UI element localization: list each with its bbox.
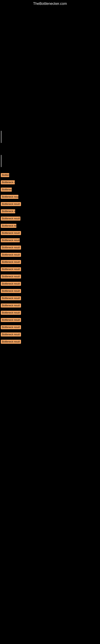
result-item[interactable]: Bottleneck result: [0, 180, 100, 185]
result-badge: Bottleneck result: [1, 332, 21, 336]
result-item[interactable]: Bottleneck result: [0, 238, 100, 243]
result-badge: Bottleneck result: [1, 325, 21, 329]
result-badge: Bottleneck result: [1, 209, 15, 213]
main-chart-area: [0, 8, 100, 132]
result-item[interactable]: Bottleneck result: [0, 340, 100, 344]
result-badge: Bottleneck result: [1, 318, 21, 322]
result-badge: Bottleneck result: [1, 289, 21, 293]
result-badge: Bottleneck result: [1, 188, 12, 192]
result-badge: Bottleneck result: [1, 304, 21, 308]
result-badge: Bottleneck result: [1, 180, 15, 184]
result-badge: Bottleneck result: [1, 274, 21, 278]
result-badge: Bottleneck result: [1, 253, 21, 257]
result-item[interactable]: Bottleneck result: [0, 311, 100, 316]
result-badge: Bottleneck result: [1, 246, 21, 250]
result-badge: Bottleneck result: [1, 311, 21, 315]
result-item[interactable]: Bottleneck result: [0, 274, 100, 279]
result-badge: Bottleneck result: [1, 173, 9, 177]
result-badge: Bottleneck result: [1, 238, 20, 242]
result-item[interactable]: Bottleneck result: [0, 188, 100, 192]
result-badge: Bottleneck result: [1, 340, 21, 344]
result-item[interactable]: Bottleneck result: [0, 296, 100, 301]
result-item[interactable]: Bottleneck result: [0, 246, 100, 250]
result-badge: Bottleneck result: [1, 224, 16, 228]
result-item[interactable]: Bottleneck result: [0, 216, 100, 222]
result-item[interactable]: Bottleneck result: [0, 253, 100, 258]
result-badge: Bottleneck result: [1, 202, 21, 206]
result-badge: Bottleneck result: [1, 231, 21, 235]
vertical-line-2: [1, 155, 1, 167]
result-item[interactable]: Bottleneck result: [0, 325, 100, 330]
result-badge: Bottleneck result: [1, 296, 21, 300]
result-item[interactable]: Bottleneck result: [0, 260, 100, 265]
result-item[interactable]: Bottleneck result: [0, 282, 100, 286]
result-item[interactable]: Bottleneck result: [0, 231, 100, 236]
result-badge: Bottleneck result: [1, 267, 21, 271]
result-item[interactable]: Bottleneck result: [0, 195, 100, 200]
result-item[interactable]: Bottleneck result: [0, 224, 100, 228]
result-item[interactable]: Bottleneck result: [0, 289, 100, 294]
site-title-text: TheBottlenecker.com: [0, 0, 100, 8]
vertical-line-1: [1, 131, 1, 143]
result-item[interactable]: Bottleneck result: [0, 318, 100, 323]
result-item[interactable]: Bottleneck result: [0, 332, 100, 337]
results-container: Bottleneck resultBottleneck resultBottle…: [0, 173, 100, 347]
result-badge: Bottleneck result: [1, 260, 21, 264]
result-item[interactable]: Bottleneck result: [0, 173, 100, 178]
result-badge: Bottleneck result: [1, 216, 20, 220]
result-badge: Bottleneck result: [1, 195, 18, 199]
result-item[interactable]: Bottleneck result: [0, 202, 100, 207]
result-badge: Bottleneck result: [1, 282, 21, 286]
result-item[interactable]: Bottleneck result: [0, 209, 100, 214]
result-item[interactable]: Bottleneck result: [0, 304, 100, 308]
result-item[interactable]: Bottleneck result: [0, 267, 100, 272]
